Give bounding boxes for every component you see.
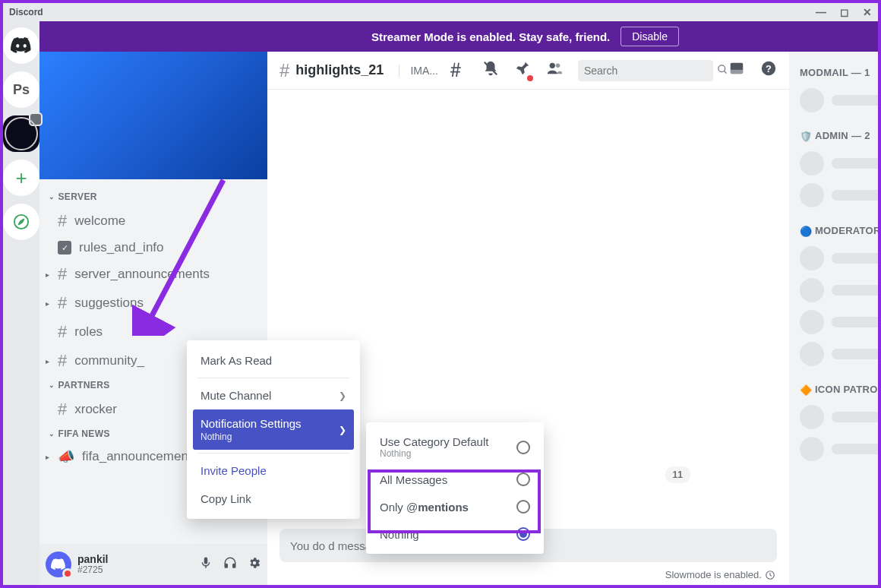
member-item[interactable]: [800, 84, 881, 116]
close-button[interactable]: ✕: [863, 6, 872, 18]
user-tag: #2725: [77, 565, 193, 575]
name-placeholder: [832, 412, 881, 422]
add-server-button[interactable]: +: [3, 160, 39, 196]
channel-rules_and_info[interactable]: ✓rules_and_info: [43, 236, 264, 260]
sub-nothing[interactable]: Nothing: [372, 520, 538, 548]
sub-only-mentions[interactable]: Only @mentions: [372, 493, 538, 520]
channel-label: rules_and_info: [79, 240, 164, 255]
avatar-placeholder: [800, 246, 824, 270]
guild-fifa[interactable]: [3, 115, 39, 152]
date-divider: 11: [665, 466, 690, 483]
radio-selected-icon: [516, 527, 530, 541]
streamer-mode-banner: Streamer Mode is enabled. Stay safe, fri…: [39, 21, 881, 52]
sub-all-messages[interactable]: All Messages: [372, 466, 538, 493]
channel-label: welcome: [74, 213, 125, 229]
member-item[interactable]: [800, 179, 881, 211]
role-header: 🔶ICON PATRON — 2: [800, 384, 881, 395]
svg-point-7: [718, 65, 725, 71]
svg-point-5: [550, 63, 555, 68]
chevron-right-icon: ❯: [339, 425, 346, 435]
radio-icon: [516, 500, 530, 514]
search-box[interactable]: [578, 60, 713, 81]
notifications-button[interactable]: [482, 60, 499, 81]
avatar-placeholder: [800, 278, 824, 302]
ctx-mark-as-read[interactable]: Mark As Read: [193, 346, 354, 375]
svg-rect-10: [731, 70, 744, 74]
hash-icon: #: [58, 293, 67, 313]
search-input[interactable]: [584, 65, 717, 77]
hash-icon: #: [58, 322, 67, 342]
disable-streamer-button[interactable]: Disable: [620, 27, 679, 46]
explore-button[interactable]: [3, 204, 39, 240]
channel-title: # highlights_21: [279, 60, 384, 81]
role-header: MODMAIL — 1: [800, 67, 881, 78]
channel-header: # highlights_21 IMA...: [267, 52, 789, 90]
member-item[interactable]: [800, 274, 881, 306]
radio-icon: [516, 441, 530, 454]
minimize-button[interactable]: —: [816, 6, 826, 18]
help-button[interactable]: ?: [760, 60, 777, 81]
chevron-down-icon: ⌄: [49, 193, 55, 201]
channel-welcome[interactable]: #welcome: [43, 207, 264, 236]
home-button[interactable]: [3, 27, 39, 64]
ctx-invite-people[interactable]: Invite People: [193, 457, 354, 485]
maximize-button[interactable]: ◻: [840, 6, 849, 18]
member-item[interactable]: [800, 338, 881, 370]
discord-logo-icon: [11, 37, 32, 54]
svg-point-6: [556, 64, 560, 68]
channel-label: suggestions: [74, 296, 144, 311]
channel-topic[interactable]: IMA...: [399, 65, 438, 77]
member-item[interactable]: [800, 242, 881, 274]
svg-marker-1: [18, 219, 24, 224]
channel-label: xrocker: [74, 402, 117, 417]
avatar-placeholder: [800, 183, 824, 207]
channel-context-menu: Mark As Read Mute Channel❯ Notification …: [187, 340, 360, 519]
hash-icon: #: [279, 60, 289, 81]
user-names[interactable]: pankil #2725: [77, 554, 193, 576]
member-item[interactable]: [800, 401, 881, 433]
pinned-button[interactable]: [514, 60, 531, 81]
avatar-placeholder: [800, 151, 824, 175]
avatar-placeholder: [800, 405, 824, 429]
deafen-button[interactable]: [223, 556, 237, 574]
search-icon: [717, 64, 728, 77]
role-icon: 🔵: [800, 226, 810, 236]
sub-use-default[interactable]: Use Category DefaultNothing: [372, 428, 538, 466]
ctx-mute-channel[interactable]: Mute Channel❯: [193, 381, 354, 409]
hash-icon: #: [58, 211, 67, 231]
user-avatar[interactable]: [46, 552, 71, 577]
name-placeholder: [832, 253, 881, 264]
svg-line-8: [724, 71, 726, 73]
svg-text:?: ?: [766, 63, 772, 74]
ctx-notification-settings[interactable]: Notification Settings Nothing ❯: [193, 409, 354, 450]
inbox-button[interactable]: [728, 60, 745, 81]
category-header[interactable]: ⌄ SERVER: [43, 187, 264, 207]
members-toggle-button[interactable]: [546, 60, 563, 81]
divider: [197, 453, 349, 454]
hash-icon: #: [58, 400, 67, 419]
ctx-copy-link[interactable]: Copy Link: [193, 485, 354, 513]
clock-icon: [765, 570, 775, 580]
role-header: 🛡️ADMIN — 2: [800, 130, 881, 141]
channel-label: community_: [74, 353, 144, 368]
name-placeholder: [832, 95, 881, 106]
member-item[interactable]: [800, 306, 881, 338]
threads-button[interactable]: [450, 60, 467, 81]
mute-mic-button[interactable]: [199, 556, 213, 574]
divider: [197, 378, 349, 378]
username: pankil: [77, 554, 193, 565]
window-controls: — ◻ ✕: [816, 6, 872, 18]
chevron-down-icon: ⌄: [49, 381, 55, 389]
user-settings-button[interactable]: [248, 556, 261, 574]
role-icon: 🛡️: [800, 131, 810, 141]
channel-name: highlights_21: [295, 62, 384, 78]
titlebar: Discord — ◻ ✕: [3, 3, 878, 21]
avatar-placeholder: [800, 310, 824, 334]
guild-ps[interactable]: Ps: [3, 71, 39, 108]
server-banner[interactable]: [39, 52, 267, 179]
channel-suggestions[interactable]: #suggestions: [43, 289, 264, 318]
member-item[interactable]: [800, 147, 881, 179]
member-item[interactable]: [800, 433, 881, 465]
role-header: 🔵MODERATORS — 4: [800, 225, 881, 236]
channel-server_announcements[interactable]: #server_announcements: [43, 260, 264, 289]
